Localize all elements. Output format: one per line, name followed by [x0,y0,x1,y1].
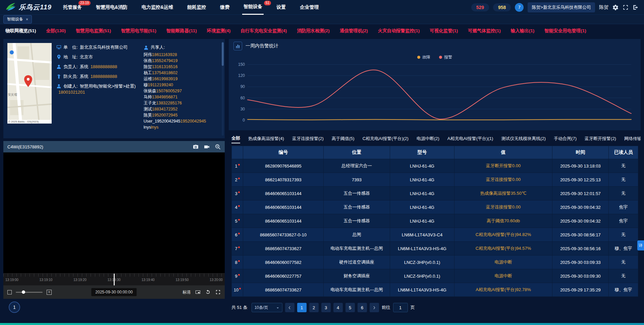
video-stream[interactable]: 13:19:0013:19:1013:19:2013:19:3013:19:40… [3,152,225,285]
table-row[interactable]: 9864606060227757财务空调插座LNCZ-5HP(v0.0.1)电源… [232,269,638,283]
stop-icon[interactable] [7,290,12,294]
quality-selector[interactable]: 标清 [182,289,191,295]
category-filter[interactable]: 可燃气体监控(1) [468,28,501,34]
category-filter[interactable]: 智能断路器(11) [166,28,197,34]
alert-type-tab[interactable]: 手动合闸(7) [554,134,577,143]
nav-item[interactable]: 托管服务23-19 [62,0,83,15]
company-selector[interactable]: 陈贺>新北京乐鸟科技有限公司 [528,2,595,12]
share-person[interactable]: 王子龙13832285176 [144,100,219,106]
message-count-badge[interactable]: 7 [515,3,524,12]
notification-float-button[interactable]: 1 [9,301,20,313]
nav-item[interactable]: 能耗监控 [186,0,207,15]
field-phone[interactable]: 18001021201 [58,89,85,95]
field-phone[interactable]: 18888888888 [91,64,117,70]
table-row[interactable]: 7868656074733627电动车充电监测主机---总闸LN6M-L1T4A… [232,242,638,256]
tab-smart-devices[interactable]: 智能设备 [3,15,32,24]
page-button[interactable]: 6 [358,303,367,312]
record-video-icon[interactable] [204,144,210,150]
playback-datetime[interactable]: 2025-09-30 00:00:00 [91,288,137,296]
fullscreen-icon[interactable] [623,4,629,10]
fault-count-pill[interactable]: 958 [493,3,511,11]
share-person[interactable]: 杨工13754818602 [144,70,219,76]
category-filter[interactable]: 智能安全用电管理(1) [544,28,586,34]
share-person[interactable]: 张燕13552479419 [144,58,219,64]
scrollbar-thumb[interactable] [222,42,224,66]
table-row[interactable]: 1862809076546895总经理室六合一LNHJ-61-4G蓝牙断开报警0… [232,159,638,173]
alert-type-tab[interactable]: 网络传输故障(24) [624,134,641,143]
alarm-count-pill[interactable]: 529 [471,3,489,11]
video-fullscreen-icon[interactable] [215,289,221,295]
page-button[interactable]: 5 [345,303,355,312]
alert-type-tab[interactable]: 高于阈值(5) [332,134,355,143]
alert-type-tab[interactable]: 蓝牙连接报警(2) [292,134,324,143]
share-person[interactable]: 运维16619983919 [144,76,219,82]
category-filter[interactable]: 环境监测(4) [207,28,231,34]
category-filter[interactable]: 智慧用电节能(51) [121,28,156,34]
page-button[interactable]: 4 [333,303,343,312]
category-filter[interactable]: 火灾自动报警监控(1) [378,28,420,34]
nav-item[interactable]: 智慧用电&消防 [95,0,129,15]
table-row[interactable]: 4864606065103144五合一传感器LNHJ-61-4G蓝牙连接报警0.… [232,200,638,214]
share-person[interactable]: User_1952004294519520042945 [144,118,219,124]
category-filter[interactable]: 消防用水检测(2) [297,28,330,34]
zoom-in-icon[interactable] [215,144,221,150]
category-filter[interactable]: 智慧用电监测(51) [76,28,111,34]
share-person[interactable]: 马帅13849856871 [144,94,219,100]
timeline-zoom-slider[interactable] [16,292,43,293]
field-phone[interactable]: 18888888888 [91,74,117,80]
share-person[interactable]: 陈贺13161316516 [144,64,219,70]
category-filter[interactable]: 通信管理机(2) [340,28,368,34]
category-filter[interactable]: 可视化监管(1) [430,28,458,34]
timeline-playhead[interactable] [114,274,115,285]
page-button[interactable]: 2 [309,303,319,312]
legend-item[interactable]: 故障 [417,54,430,60]
nav-item[interactable]: 企业管理 [299,0,320,15]
app-logo[interactable]: 乐鸟云119 [5,2,52,13]
detail-drawer-handle[interactable]: 详 [637,240,644,250]
table-row[interactable]: 3864606065103144五合一传感器LNHJ-61-4G热成像高温报警3… [232,187,638,200]
info-panel-scrollbar[interactable] [222,42,224,136]
share-person[interactable]: 陈昊19520072945 [144,112,219,118]
alert-type-tab[interactable]: C相充电AI报警(平台)(2) [363,134,409,143]
replay-icon[interactable] [205,289,211,295]
alert-type-tab[interactable]: 电源中断(2) [417,134,439,143]
category-filter[interactable]: 输入输出(1) [511,28,535,34]
snapshot-camera-icon[interactable] [193,144,199,150]
alert-type-tab[interactable]: 蓝牙断开报警(2) [585,134,616,143]
share-person[interactable]: lnyslnys [144,124,219,130]
share-person[interactable]: 测试18834172352 [144,106,219,112]
alert-type-tab[interactable]: 全部 [231,133,240,143]
category-filter[interactable]: 全部(130) [46,28,66,34]
table-row[interactable]: 10868656074733627电动车充电监测主机---总闸LN6M-L1T4… [232,283,638,297]
nav-item[interactable]: 设置 [275,0,287,15]
map-thumbnail[interactable]: 安宾馆 © 2025 Baidu - GS(2023) [7,43,52,124]
alert-type-tab[interactable]: A相充电AI报警(平台)(1) [447,134,493,143]
slider-knob[interactable] [22,290,25,294]
user-name[interactable]: 陈贺 [599,4,608,10]
page-size-select[interactable]: 10条/页 [252,303,282,312]
category-filter[interactable]: 自行车充电安全监测(4) [240,28,287,34]
category-filter[interactable]: 物联网概览(51) [5,28,36,34]
nav-item[interactable]: 缴费 [219,0,231,15]
tab-close-icon[interactable] [26,17,28,22]
next-page-button[interactable] [370,303,379,312]
table-row[interactable]: 6868656074733627-0-10总闸LN6M-L1T4A3V3-C4C… [232,228,638,242]
video-timeline[interactable]: 13:19:0013:19:1013:19:2013:19:3013:19:40… [3,273,225,285]
settings-gear-icon[interactable] [612,4,619,10]
nav-item[interactable]: 智能设备51 [242,0,264,15]
share-person[interactable]: 张炳森15076005297 [144,88,219,94]
share-person[interactable]: 穆19112199240 [144,82,219,88]
nav-item[interactable]: 电力监控&运维 [140,0,174,15]
legend-item[interactable]: 报警 [439,54,452,60]
prev-page-button[interactable] [285,303,294,312]
table-row[interactable]: 8864606060077582硬件过道空调插座LNCZ-3HP(v0.0.1)… [232,256,638,269]
pip-icon[interactable] [195,289,201,295]
page-button[interactable]: 3 [321,303,331,312]
goto-page-input[interactable] [393,303,408,312]
alert-type-tab[interactable]: 热成像高温报警(4) [248,134,284,143]
share-person[interactable]: 阿伟18611163928 [144,52,219,58]
table-row[interactable]: 28662140783173937393LNHJ-61-4G蓝牙连接报警0.00… [232,173,638,187]
page-button[interactable]: 1 [297,303,307,312]
zoom-plus-icon[interactable]: + [47,290,52,295]
alert-type-tab[interactable]: 测试仪无线模块离线(2) [501,134,546,143]
